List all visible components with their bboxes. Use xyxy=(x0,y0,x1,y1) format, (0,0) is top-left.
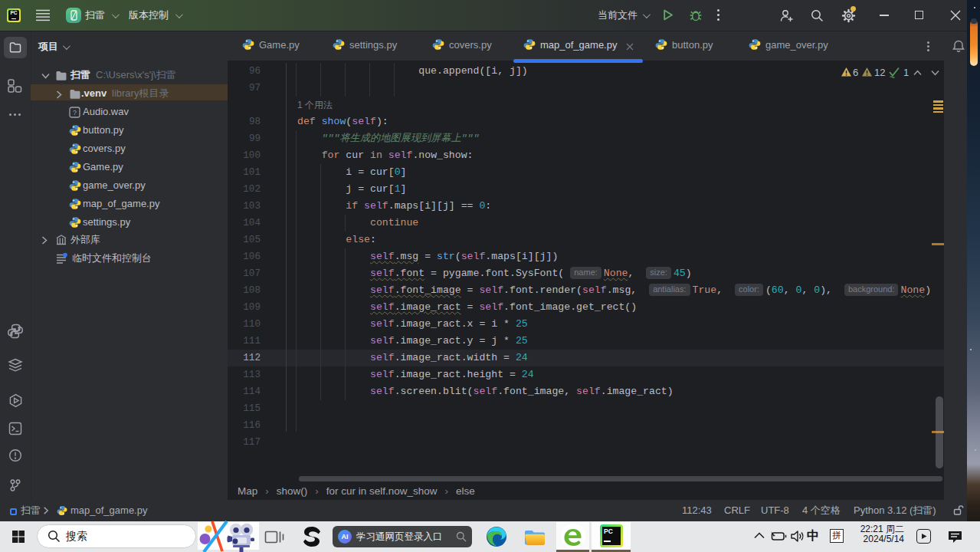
svg-text:?: ? xyxy=(73,109,77,117)
